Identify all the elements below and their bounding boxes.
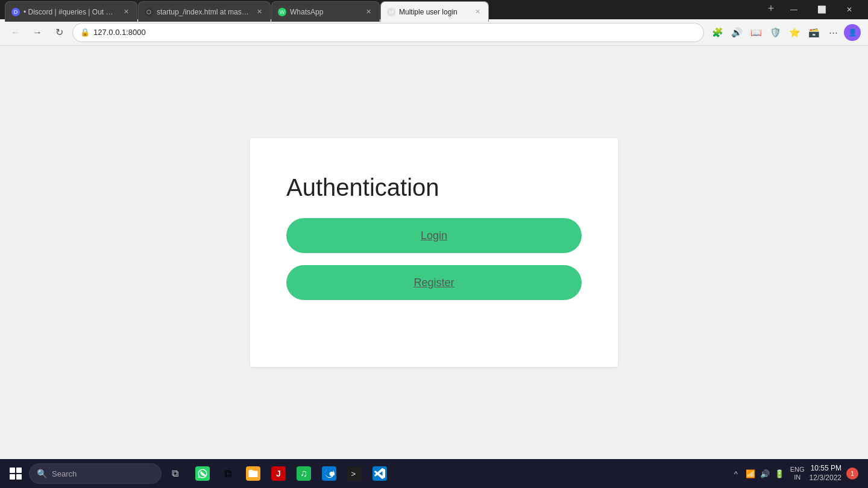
whatsapp-icon — [195, 466, 210, 481]
auth-card: Authentication Login Register — [250, 138, 618, 367]
search-icon: 🔍 — [37, 469, 47, 478]
taskbar-app-terminal[interactable]: > — [342, 461, 366, 486]
wifi-icon[interactable]: 📶 — [744, 468, 756, 480]
taskbar: 🔍 Search ⧉ ⧉J♫> ^ 📶 🔊 🔋 ENG IN 10:55 PM … — [0, 459, 868, 488]
taskbar-search[interactable]: 🔍 Search — [29, 463, 162, 484]
forward-button[interactable]: → — [29, 24, 46, 41]
collections-button[interactable]: 🗃️ — [805, 24, 822, 41]
taskbar-app-whatsapp[interactable] — [190, 461, 215, 486]
minimize-button[interactable]: — — [780, 0, 808, 19]
jetbrains-icon: J — [271, 466, 286, 481]
edge-icon — [322, 466, 336, 481]
tab-title-multiple-login: Multiple user login — [399, 8, 469, 16]
page-title: Authentication — [286, 174, 439, 201]
terminal-icon: > — [347, 466, 362, 481]
window-controls: — ⬜ ✕ — [780, 0, 863, 19]
tab-favicon-whatsapp: W — [278, 8, 286, 16]
login-button[interactable]: Login — [286, 218, 582, 253]
tab-close-github[interactable]: ✕ — [254, 7, 264, 17]
reload-button[interactable]: ↻ — [51, 24, 68, 41]
tab-favicon-multiple-login: M — [387, 8, 395, 16]
toolbar-icons: 🧩 🔊 📖 🛡️ ⭐ 🗃️ ⋯ 👤 — [709, 24, 861, 41]
extensions-button[interactable]: 🧩 — [709, 24, 726, 41]
notification-badge[interactable]: 1 — [846, 468, 858, 480]
lock-icon: 🔒 — [80, 28, 90, 37]
sound-icon[interactable]: 🔊 — [759, 468, 771, 480]
address-bar-row: ← → ↻ 🔒 127.0.0.1:8000 🧩 🔊 📖 🛡️ ⭐ 🗃️ ⋯ 👤 — [0, 19, 868, 46]
tab-favicon-github: ⬡ — [145, 8, 153, 16]
address-text: 127.0.0.1:8000 — [93, 28, 696, 37]
show-hidden-icon[interactable]: ^ — [730, 468, 742, 480]
register-button[interactable]: Register — [286, 265, 582, 300]
close-button[interactable]: ✕ — [835, 0, 863, 19]
taskbar-app-task-view[interactable]: ⧉ — [216, 461, 240, 486]
taskbar-app-edge[interactable] — [317, 461, 341, 486]
tab-favicon-discord: D — [11, 8, 20, 16]
tab-title-github: startup_/index.html at master · D — [157, 8, 251, 16]
tab-multiple-login[interactable]: M Multiple user login ✕ — [380, 1, 489, 22]
tab-title-whatsapp: WhatsApp — [290, 8, 360, 16]
system-tray: ^ 📶 🔊 🔋 — [730, 468, 785, 480]
browser-essentials-button[interactable]: 🛡️ — [767, 24, 784, 41]
title-bar: D • Discord | #queries | Out Of Co ✕ ⬡ s… — [0, 0, 868, 19]
tab-github[interactable]: ⬡ startup_/index.html at master · D ✕ — [138, 1, 271, 22]
taskbar-apps: ⧉J♫> — [190, 461, 392, 486]
task-view-button[interactable]: ⧉ — [164, 461, 186, 486]
new-tab-button[interactable]: + — [762, 0, 780, 17]
profile-avatar[interactable]: 👤 — [844, 24, 861, 41]
start-button[interactable] — [5, 463, 27, 484]
register-link[interactable]: Register — [414, 277, 454, 289]
task-view-icon: ⧉ — [221, 466, 235, 481]
clock[interactable]: 10:55 PM 12/3/2022 — [810, 464, 841, 483]
tab-discord[interactable]: D • Discord | #queries | Out Of Co ✕ — [5, 1, 137, 22]
back-button[interactable]: ← — [7, 24, 24, 41]
battery-icon[interactable]: 🔋 — [773, 468, 785, 480]
windows-logo-icon — [10, 468, 22, 480]
page-content: Authentication Login Register — [0, 46, 868, 459]
favorites-button[interactable]: ⭐ — [786, 24, 803, 41]
settings-button[interactable]: ⋯ — [825, 24, 841, 41]
tab-whatsapp[interactable]: W WhatsApp ✕ — [271, 1, 380, 22]
tab-close-multiple-login[interactable]: ✕ — [473, 7, 482, 17]
taskbar-app-file-explorer[interactable] — [241, 461, 265, 486]
taskbar-app-jetbrains[interactable]: J — [266, 461, 291, 486]
address-box[interactable]: 🔒 127.0.0.1:8000 — [72, 23, 704, 42]
search-text: Search — [52, 469, 77, 478]
immersive-reader-button[interactable]: 📖 — [747, 24, 764, 41]
clock-date: 12/3/2022 — [810, 474, 841, 483]
file-explorer-icon — [246, 466, 260, 481]
tab-title-discord: • Discord | #queries | Out Of Co — [24, 8, 118, 16]
clock-time: 10:55 PM — [811, 464, 841, 474]
taskbar-app-vscode[interactable] — [368, 461, 392, 486]
spotify-icon: ♫ — [297, 466, 311, 481]
auth-buttons: Login Register — [286, 218, 582, 300]
vscode-icon — [373, 466, 387, 481]
maximize-button[interactable]: ⬜ — [808, 0, 835, 19]
read-aloud-button[interactable]: 🔊 — [728, 24, 745, 41]
taskbar-app-spotify[interactable]: ♫ — [292, 461, 316, 486]
login-link[interactable]: Login — [421, 230, 447, 242]
tab-close-discord[interactable]: ✕ — [121, 7, 131, 17]
tab-close-whatsapp[interactable]: ✕ — [363, 7, 373, 17]
language-display[interactable]: ENG IN — [790, 466, 805, 481]
taskbar-right: ^ 📶 🔊 🔋 ENG IN 10:55 PM 12/3/2022 1 — [730, 464, 863, 483]
